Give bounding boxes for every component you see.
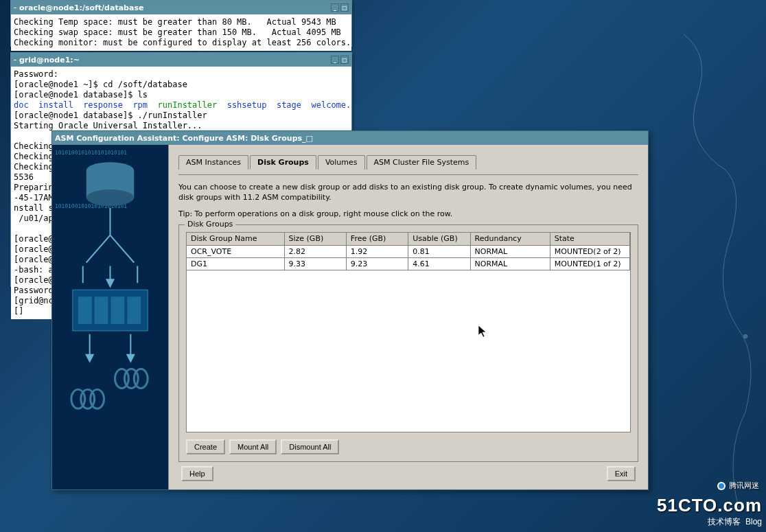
col-size[interactable]: Size (GB) <box>284 233 346 245</box>
terminal2-title: grid@node1:~ <box>19 56 80 65</box>
terminal1-title: oracle@node1:/soft/database <box>19 3 143 12</box>
minimize-icon[interactable]: _ <box>331 3 339 12</box>
info-text-2: Tip: To perform operations on a disk gro… <box>178 209 638 219</box>
svg-point-6 <box>86 189 135 206</box>
tab-asm-cluster-fs[interactable]: ASM Cluster File Systems <box>367 155 477 170</box>
disk-group-buttons: Create Mount All Dismount All <box>186 439 631 454</box>
groupbox-legend: Disk Groups <box>185 220 235 229</box>
asm-titlebar[interactable]: ASM Configuration Assistant: Configure A… <box>52 131 648 145</box>
col-name[interactable]: Disk Group Name <box>187 233 284 245</box>
asm-tabs: ASM Instances Disk Groups Volumes ASM Cl… <box>178 154 638 169</box>
asm-config-window[interactable]: ASM Configuration Assistant: Configure A… <box>51 130 649 490</box>
svg-text:1010100101010101010101: 1010100101010101010101 <box>55 150 127 156</box>
disk-groups-table-wrap[interactable]: Disk Group Name Size (GB) Free (GB) Usab… <box>186 232 631 432</box>
svg-rect-11 <box>111 297 124 324</box>
tencent-watermark: 腾讯网迷 <box>717 481 759 491</box>
mount-all-button[interactable]: Mount All <box>229 439 277 454</box>
table-row[interactable]: OCR_VOTE 2.82 1.92 0.81 NORMAL MOUNTED(2… <box>187 245 630 257</box>
terminal1-body[interactable]: Checking Temp space: must be greater tha… <box>11 14 351 51</box>
minimize-icon[interactable]: _ <box>331 56 339 64</box>
col-usable[interactable]: Usable (GB) <box>408 233 470 245</box>
svg-rect-12 <box>127 297 141 324</box>
asm-title: ASM Configuration Assistant: Configure A… <box>55 134 302 143</box>
menu-icon[interactable] <box>14 8 16 8</box>
bottom-bar: Help Exit <box>178 466 638 484</box>
menu-icon[interactable] <box>14 60 16 60</box>
terminal2-titlebar[interactable]: grid@node1:~ _ □ <box>11 53 351 67</box>
col-state[interactable]: State <box>550 233 629 245</box>
table-row[interactable]: DG1 9.33 9.23 4.61 NORMAL MOUNTED(1 of 2… <box>187 257 630 270</box>
maximize-icon[interactable]: □ <box>306 134 313 143</box>
background-map <box>670 0 766 532</box>
create-button[interactable]: Create <box>186 439 225 454</box>
exit-button[interactable]: Exit <box>607 466 636 481</box>
maximize-icon[interactable]: □ <box>340 56 349 64</box>
terminal1-titlebar[interactable]: oracle@node1:/soft/database _ □ <box>11 1 351 14</box>
asm-sidebar-graphic: 1010100101010101010101 10101001010101010… <box>52 145 169 489</box>
svg-rect-9 <box>78 297 92 324</box>
svg-point-0 <box>743 334 747 338</box>
tab-disk-groups[interactable]: Disk Groups <box>250 155 316 170</box>
penguin-icon <box>717 481 726 491</box>
col-redund[interactable]: Redundancy <box>470 233 550 245</box>
dismount-all-button[interactable]: Dismount All <box>281 439 339 454</box>
disk-groups-table[interactable]: Disk Group Name Size (GB) Free (GB) Usab… <box>187 233 630 270</box>
tab-volumes[interactable]: Volumes <box>318 155 365 170</box>
svg-rect-10 <box>95 297 108 324</box>
disk-groups-box: Disk Groups Disk Group Name Size (GB) Fr… <box>178 224 638 462</box>
site-watermark: 51CTO.com 技术博客 Blog <box>657 495 762 528</box>
help-button[interactable]: Help <box>181 466 213 481</box>
maximize-icon[interactable]: □ <box>340 3 349 12</box>
svg-point-23 <box>719 483 724 489</box>
col-free[interactable]: Free (GB) <box>346 233 408 245</box>
asm-main: ASM Instances Disk Groups Volumes ASM Cl… <box>169 145 648 489</box>
tab-asm-instances[interactable]: ASM Instances <box>178 155 248 170</box>
terminal-window-oracle[interactable]: oracle@node1:/soft/database _ □ Checking… <box>10 0 352 47</box>
info-text-1: You can choose to create a new disk grou… <box>178 182 638 203</box>
